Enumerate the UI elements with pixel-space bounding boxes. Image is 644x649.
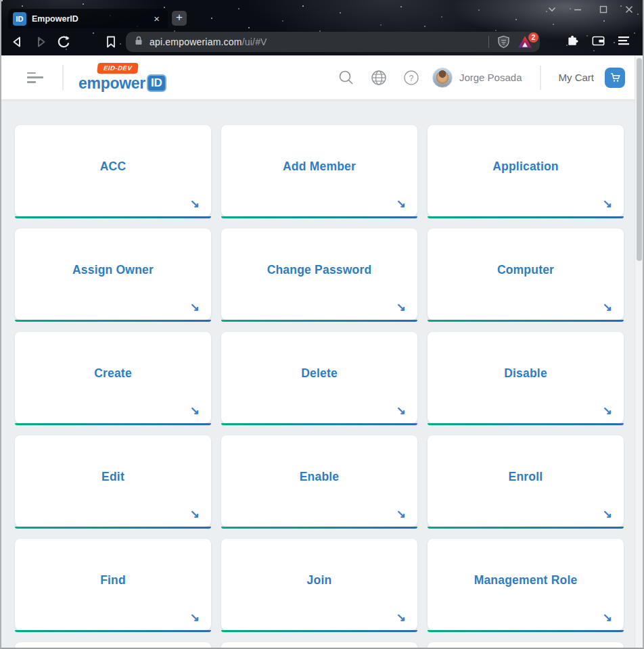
- app-header: EID-DEV empower ID: [1, 55, 643, 99]
- arrow-down-right-icon: ↘: [603, 300, 612, 314]
- action-card[interactable]: Enable↘: [221, 435, 417, 529]
- action-card[interactable]: Disable↘: [428, 332, 624, 425]
- my-cart-label[interactable]: My Cart: [559, 72, 595, 83]
- card-accent-bar: [428, 216, 624, 218]
- back-button[interactable]: [9, 34, 26, 50]
- url-domain: api.empoweriam.com: [150, 37, 242, 47]
- bat-rewards-icon[interactable]: 2: [518, 37, 532, 48]
- arrow-down-right-icon: ↘: [396, 300, 406, 314]
- page-viewport: EID-DEV empower ID: [1, 55, 643, 648]
- card-accent-bar: [221, 423, 417, 425]
- card-accent-bar: [428, 630, 624, 632]
- favicon-icon: ID: [13, 12, 26, 26]
- arrow-down-right-icon: ↘: [396, 610, 406, 625]
- help-icon[interactable]: ?: [402, 69, 420, 87]
- hamburger-menu-icon[interactable]: [27, 72, 43, 83]
- scrollbar-thumb[interactable]: [637, 58, 642, 261]
- action-card[interactable]: Change Password↘: [221, 229, 417, 322]
- action-card[interactable]: Enroll↘: [428, 435, 624, 529]
- tab-title: EmpowerID: [32, 14, 151, 24]
- action-card[interactable]: Edit↘: [15, 435, 211, 529]
- maximize-button[interactable]: [598, 4, 609, 15]
- minimize-button[interactable]: [572, 4, 583, 15]
- action-card[interactable]: ACC↘: [15, 125, 211, 218]
- action-card-grid: ACC↘ Add Member↘ Application↘ Assign Own…: [1, 99, 643, 648]
- action-card[interactable]: Create↘: [15, 332, 211, 425]
- arrow-down-right-icon: ↘: [603, 404, 612, 418]
- action-card[interactable]: Assign Owner↘: [15, 229, 211, 322]
- action-card[interactable]: Find↘: [15, 539, 211, 632]
- card-title: Find: [100, 573, 126, 587]
- card-title: Management Role: [474, 573, 578, 587]
- card-accent-bar: [221, 527, 417, 529]
- arrow-down-right-icon: ↘: [190, 300, 200, 314]
- action-card[interactable]: Add Member↘: [221, 125, 417, 218]
- action-card[interactable]: Computer↘: [428, 229, 624, 322]
- wallet-icon[interactable]: [591, 34, 605, 50]
- card-accent-bar: [15, 527, 211, 529]
- globe-language-icon[interactable]: [370, 69, 388, 87]
- action-card[interactable]: [221, 642, 417, 648]
- arrow-down-right-icon: ↘: [396, 507, 406, 521]
- header-divider: [540, 66, 541, 90]
- address-bar[interactable]: api.empoweriam.com/ui/#V 2: [126, 32, 540, 52]
- browser-menu-icon[interactable]: [617, 34, 630, 49]
- browser-window: ID EmpowerID × +: [0, 0, 644, 649]
- arrow-down-right-icon: ↘: [190, 610, 200, 625]
- card-accent-bar: [428, 320, 624, 322]
- browser-toolbar: api.empoweriam.com/ui/#V 2: [1, 28, 643, 55]
- new-tab-button[interactable]: +: [172, 11, 187, 26]
- header-divider: [62, 65, 64, 91]
- card-title: Disable: [504, 366, 547, 381]
- card-title: Add Member: [283, 160, 356, 174]
- card-title: ACC: [100, 160, 127, 174]
- card-title: Edit: [101, 470, 124, 484]
- card-title: Change Password: [267, 263, 372, 277]
- action-card[interactable]: Application↘: [428, 125, 624, 218]
- arrow-down-right-icon: ↘: [190, 507, 200, 521]
- card-accent-bar: [221, 320, 417, 322]
- arrow-down-right-icon: ↘: [190, 404, 200, 418]
- tab-search-chevron-icon[interactable]: [547, 4, 557, 15]
- close-window-button[interactable]: [624, 4, 635, 15]
- tab-close-icon[interactable]: ×: [151, 12, 162, 25]
- arrow-down-right-icon: ↘: [603, 610, 612, 625]
- arrow-down-right-icon: ↘: [396, 197, 406, 211]
- card-title: Enroll: [509, 470, 543, 484]
- reload-button[interactable]: [55, 34, 72, 50]
- action-card[interactable]: [428, 642, 624, 648]
- browser-chrome: ID EmpowerID × +: [1, 0, 643, 55]
- card-accent-bar: [15, 216, 211, 218]
- urlbar-divider: [488, 36, 489, 48]
- card-accent-bar: [221, 630, 417, 632]
- card-title: Computer: [497, 263, 554, 277]
- card-title: Enable: [300, 470, 340, 484]
- bookmark-icon[interactable]: [103, 34, 119, 50]
- search-icon[interactable]: [338, 69, 355, 87]
- card-accent-bar: [428, 423, 624, 425]
- browser-tab[interactable]: ID EmpowerID ×: [8, 9, 168, 28]
- lock-icon: [134, 35, 143, 49]
- browser-titlebar: ID EmpowerID × +: [1, 0, 643, 28]
- cart-button[interactable]: [605, 68, 625, 88]
- bat-badge: 2: [528, 32, 538, 43]
- card-accent-bar: [15, 423, 211, 425]
- user-name[interactable]: Jorge Posada: [459, 72, 522, 83]
- forward-button[interactable]: [32, 34, 49, 50]
- url-path: /ui/#V: [242, 37, 267, 47]
- page-scrollbar[interactable]: [635, 55, 643, 648]
- action-card[interactable]: Management Role↘: [428, 539, 624, 632]
- user-avatar[interactable]: [432, 68, 453, 88]
- action-card[interactable]: [15, 642, 211, 648]
- card-accent-bar: [428, 527, 624, 529]
- arrow-down-right-icon: ↘: [190, 197, 200, 211]
- empowerid-logo[interactable]: EID-DEV empower ID: [78, 63, 166, 93]
- arrow-down-right-icon: ↘: [603, 197, 612, 211]
- brave-shield-icon[interactable]: [497, 35, 510, 49]
- card-accent-bar: [221, 216, 417, 218]
- extensions-puzzle-icon[interactable]: [566, 34, 580, 51]
- action-card[interactable]: Delete↘: [221, 332, 417, 425]
- action-card[interactable]: Join↘: [221, 539, 417, 632]
- logo-text: empower: [78, 74, 145, 93]
- arrow-down-right-icon: ↘: [396, 404, 406, 418]
